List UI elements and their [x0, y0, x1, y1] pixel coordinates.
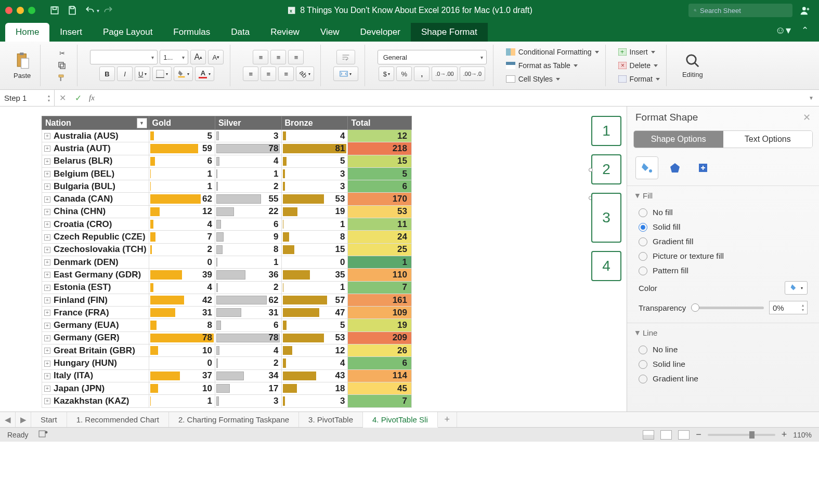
- expand-formula-bar[interactable]: ▼: [803, 95, 819, 101]
- sheet-tab-charting[interactable]: 2. Charting Formating Taskpane: [169, 412, 299, 427]
- cancel-formula-button[interactable]: ✕: [55, 93, 70, 103]
- delete-cells-button[interactable]: ×Delete: [618, 61, 658, 70]
- merge-button[interactable]: ▾: [333, 67, 358, 81]
- sheet-tab-recommended[interactable]: 1. Recommended Chart: [67, 412, 169, 427]
- close-window-button[interactable]: [5, 7, 12, 14]
- sheet-tab-pivottable[interactable]: 3. PivotTable: [299, 412, 363, 427]
- fill-color-picker[interactable]: ▾: [785, 281, 808, 295]
- zoom-slider[interactable]: [708, 434, 775, 436]
- decrease-decimal-button[interactable]: .00→.0: [460, 67, 485, 81]
- slicer-4[interactable]: 4: [591, 251, 621, 281]
- table-row[interactable]: +Belgium (BEL)1135: [42, 167, 412, 180]
- format-as-table-button[interactable]: Format as Table: [506, 61, 578, 70]
- table-row[interactable]: +China (CHN)12221953: [42, 205, 412, 218]
- tab-formulas[interactable]: Formulas: [163, 23, 220, 42]
- feedback-icon[interactable]: ☺▾: [775, 24, 791, 36]
- slicer-3[interactable]: 3: [591, 193, 621, 243]
- undo-icon[interactable]: [85, 5, 95, 16]
- pattern-fill-radio[interactable]: Pattern fill: [635, 263, 811, 278]
- expand-icon[interactable]: +: [44, 259, 50, 266]
- fill-color-button[interactable]: ▾: [174, 67, 193, 81]
- expand-icon[interactable]: +: [44, 196, 50, 203]
- slicer-2-selected[interactable]: 2: [591, 154, 621, 184]
- table-row[interactable]: +Great Britain (GBR)1041226: [42, 344, 412, 357]
- transparency-input[interactable]: 0%▴▾: [769, 301, 808, 314]
- align-center-button[interactable]: ≡: [261, 67, 276, 81]
- shape-options-tab[interactable]: Shape Options: [634, 131, 723, 148]
- table-row[interactable]: +Bulgaria (BUL)1236: [42, 180, 412, 193]
- table-row[interactable]: +Germany (GER)787853209: [42, 331, 412, 344]
- insert-cells-button[interactable]: +Insert: [618, 48, 655, 56]
- search-input[interactable]: [700, 7, 787, 15]
- table-row[interactable]: +Denmark (DEN)0101: [42, 256, 412, 268]
- table-row[interactable]: +Germany (EUA)86519: [42, 319, 412, 331]
- table-row[interactable]: +Czechoslovakia (TCH)281525: [42, 243, 412, 256]
- decrease-font-button[interactable]: A▾: [208, 50, 224, 64]
- undo-dropdown[interactable]: ▾: [97, 8, 99, 14]
- table-row[interactable]: +Italy (ITA)373443114: [42, 369, 412, 382]
- normal-view-button[interactable]: [643, 430, 654, 440]
- size-tab-icon[interactable]: [692, 156, 714, 179]
- editing-button[interactable]: Editing: [679, 53, 706, 78]
- zoom-in-button[interactable]: +: [782, 429, 787, 440]
- tab-shape-format[interactable]: Shape Format: [411, 23, 488, 42]
- slicer-1[interactable]: 1: [591, 116, 621, 146]
- expand-icon[interactable]: +: [44, 348, 50, 354]
- cut-icon[interactable]: ✂: [57, 48, 67, 58]
- expand-icon[interactable]: +: [44, 221, 50, 228]
- table-row[interactable]: +Japan (JPN)10171845: [42, 382, 412, 394]
- solid-line-radio[interactable]: Solid line: [635, 357, 811, 372]
- zoom-window-button[interactable]: [28, 7, 35, 14]
- zoom-level[interactable]: 110%: [793, 431, 812, 439]
- table-row[interactable]: +Finland (FIN)426257161: [42, 294, 412, 306]
- expand-icon[interactable]: +: [44, 247, 50, 253]
- solid-fill-radio[interactable]: Solid fill: [635, 220, 811, 234]
- align-right-button[interactable]: ≡: [278, 67, 294, 81]
- picture-fill-radio[interactable]: Picture or texture fill: [635, 249, 811, 263]
- bold-button[interactable]: B: [99, 67, 115, 81]
- table-row[interactable]: +Estonia (EST)4217: [42, 281, 412, 294]
- filter-dropdown-icon[interactable]: ▼: [137, 118, 147, 128]
- tab-page-layout[interactable]: Page Layout: [93, 23, 163, 42]
- tab-developer[interactable]: Developer: [349, 23, 411, 42]
- conditional-formatting-button[interactable]: Conditional Formatting: [506, 48, 599, 56]
- no-fill-radio[interactable]: No fill: [635, 205, 811, 220]
- table-row[interactable]: +Austria (AUT)597881218: [42, 142, 412, 155]
- align-left-button[interactable]: ≡: [243, 67, 258, 81]
- expand-icon[interactable]: +: [44, 285, 50, 291]
- border-button[interactable]: ▾: [152, 67, 172, 81]
- font-size-select[interactable]: 1...▾: [160, 50, 188, 64]
- macro-record-icon[interactable]: [38, 430, 48, 439]
- gradient-fill-radio[interactable]: Gradient fill: [635, 234, 811, 249]
- collapse-ribbon-icon[interactable]: ⌃: [801, 25, 809, 36]
- worksheet-area[interactable]: Nation▼ Gold Silver Bronze Total +Austra…: [0, 107, 627, 412]
- expand-icon[interactable]: +: [44, 145, 50, 152]
- currency-button[interactable]: $▾: [379, 67, 394, 81]
- align-middle-button[interactable]: ≡: [270, 50, 286, 64]
- align-top-button[interactable]: ≡: [253, 50, 268, 64]
- table-row[interactable]: +Hungary (HUN)0246: [42, 357, 412, 369]
- table-row[interactable]: +Czech Republic (CZE)79824: [42, 231, 412, 243]
- expand-icon[interactable]: +: [44, 272, 50, 278]
- tab-insert[interactable]: Insert: [49, 23, 93, 42]
- tab-data[interactable]: Data: [220, 23, 260, 42]
- wrap-text-button[interactable]: [336, 50, 355, 64]
- tab-review[interactable]: Review: [260, 23, 310, 42]
- table-row[interactable]: +Canada (CAN)625553170: [42, 193, 412, 205]
- italic-button[interactable]: I: [117, 67, 133, 81]
- transparency-slider[interactable]: [691, 307, 764, 309]
- fill-line-tab-icon[interactable]: [635, 156, 658, 179]
- text-options-tab[interactable]: Text Options: [723, 131, 813, 148]
- format-cells-button[interactable]: Format: [618, 75, 660, 83]
- header-nation[interactable]: Nation▼: [42, 116, 149, 130]
- table-row[interactable]: +Belarus (BLR)64515: [42, 155, 412, 167]
- percent-button[interactable]: %: [396, 67, 412, 81]
- align-bottom-button[interactable]: ≡: [288, 50, 304, 64]
- expand-icon[interactable]: +: [44, 234, 50, 241]
- save-icon[interactable]: [67, 5, 77, 16]
- table-row[interactable]: +Kazakhstan (KAZ)1337: [42, 395, 412, 407]
- expand-icon[interactable]: +: [44, 323, 50, 329]
- sheet-nav-prev[interactable]: ◀: [0, 412, 16, 427]
- close-pane-button[interactable]: ✕: [803, 112, 811, 123]
- no-line-radio[interactable]: No line: [635, 342, 811, 357]
